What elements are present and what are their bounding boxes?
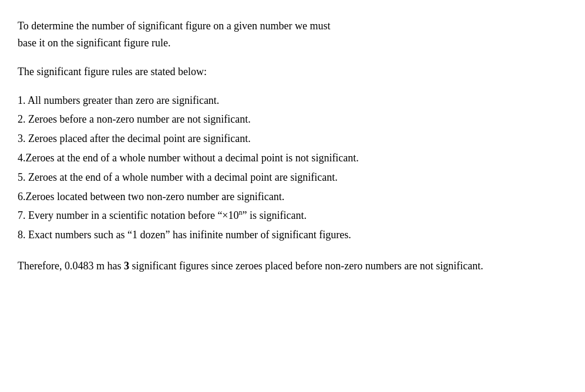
rules-list: 1. All numbers greater than zero are sig… (18, 92, 562, 244)
rule-6-number: 6. (18, 191, 26, 202)
rule-7-number: 7. (18, 209, 26, 221)
rule-1-number: 1. (18, 94, 26, 106)
rule-item-7: 7. Every number in a scientific notation… (18, 207, 562, 224)
rule-1-text: All numbers greater than zero are signif… (26, 94, 220, 106)
rule-4-number: 4. (18, 152, 26, 164)
rule-7-text-pre: Every number in a scientific notation be… (26, 209, 307, 221)
rule-item-6: 6.Zeroes located between two non-zero nu… (18, 188, 562, 205)
rules-header: The significant figure rules are stated … (18, 66, 562, 78)
intro-text-line2: base it on the significant figure rule. (18, 37, 170, 49)
rule-7-superscript: n (239, 208, 243, 217)
intro-paragraph: To determine the number of significant f… (18, 18, 562, 52)
intro-text-line1: To determine the number of significant f… (18, 20, 331, 32)
rule-2-text: Zeroes before a non-zero number are not … (26, 113, 251, 125)
rule-8-number: 8. (18, 229, 26, 241)
content-wrapper: To determine the number of significant f… (18, 18, 562, 275)
conclusion-paragraph: Therefore, 0.0483 m has 3 significant fi… (18, 258, 562, 275)
rule-item-1: 1. All numbers greater than zero are sig… (18, 92, 562, 109)
rule-6-text: Zeroes located between two non-zero numb… (26, 191, 285, 202)
rule-4-text: Zeroes at the end of a whole number with… (26, 152, 359, 164)
conclusion-bold-number: 3 (124, 260, 129, 272)
rule-3-text: Zeroes placed after the decimal point ar… (26, 133, 251, 144)
conclusion-text-pre: Therefore, 0.0483 m has (18, 260, 124, 272)
rule-item-3: 3. Zeroes placed after the decimal point… (18, 130, 562, 147)
rule-5-text: Zeroes at the end of a whole number with… (26, 171, 338, 183)
conclusion-text-post: significant figures since zeroes placed … (129, 260, 483, 272)
rule-5-number: 5. (18, 171, 26, 183)
rule-8-text: Exact numbers such as “1 dozen” has inif… (26, 229, 351, 241)
rule-2-number: 2. (18, 113, 26, 125)
rule-item-8: 8. Exact numbers such as “1 dozen” has i… (18, 227, 562, 244)
rule-3-number: 3. (18, 133, 26, 144)
rule-item-2: 2. Zeroes before a non-zero number are n… (18, 111, 562, 128)
rule-item-5: 5. Zeroes at the end of a whole number w… (18, 169, 562, 186)
rule-item-4: 4.Zeroes at the end of a whole number wi… (18, 150, 562, 167)
